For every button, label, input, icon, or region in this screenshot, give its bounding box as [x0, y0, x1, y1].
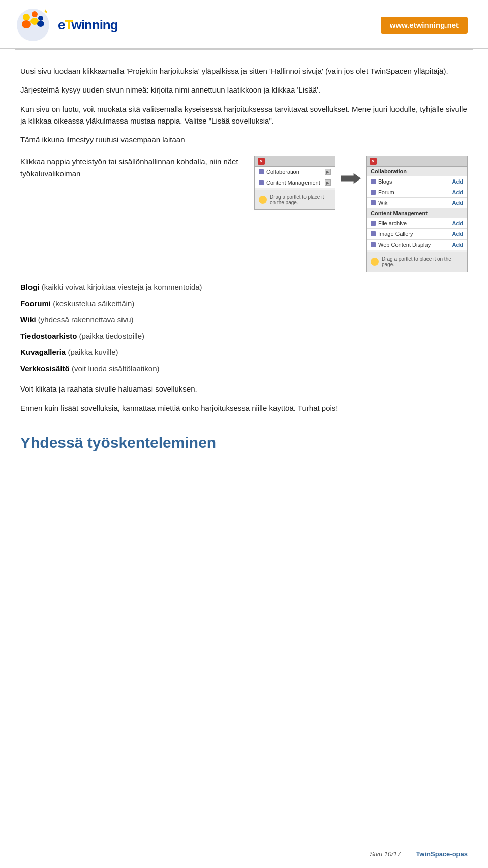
panel2-blogs-row: Blogs Add [367, 176, 467, 187]
footer-page: Sivu 10/17 [370, 850, 401, 858]
panel2-file-archive-row: File archive Add [367, 218, 467, 229]
panel2-image-gallery-row: Image Gallery Add [367, 229, 467, 240]
svg-marker-8 [341, 173, 361, 184]
drag-icon [259, 196, 267, 204]
content-mgmt-expand[interactable]: ▶ [325, 179, 331, 186]
panel1-close-btn[interactable]: × [258, 158, 265, 165]
bullet3-term: Wiki [20, 315, 36, 324]
arrow-icon [341, 171, 361, 186]
bullet2-term: Foorumi [20, 299, 51, 308]
bullet3-text: (yhdessä rakennettava sivu) [36, 315, 134, 324]
wiki-icon [371, 200, 376, 205]
panel2-web-content-row: Web Content Display Add [367, 240, 467, 250]
left-col-text: Klikkaa nappia yhteistyön tai sisällönha… [20, 156, 244, 179]
bullet-2: Foorumi (keskustelua säikeittäin) [20, 297, 468, 310]
file-archive-icon [371, 221, 376, 226]
svg-point-2 [32, 11, 38, 17]
panel2-content-mgmt-header: Content Management [367, 208, 467, 218]
blogs-label: Blogs [378, 178, 392, 185]
bullet-section: Blogi (kaikki voivat kirjoittaa viestejä… [20, 281, 468, 375]
header: eTwinning www.etwinning.net [0, 0, 488, 49]
svg-point-6 [37, 21, 44, 27]
bullet1-text: (kaikki voivat kirjoittaa viestejä ja ko… [40, 283, 202, 291]
panel2-wiki-row: Wiki Add [367, 198, 467, 208]
panel1-row-content-mgmt: Content Management ▶ [255, 177, 335, 188]
logo-text: eTwinning [58, 17, 118, 33]
bullet4-text: (paikka tiedostoille) [77, 332, 144, 340]
url-badge: www.etwinning.net [381, 17, 468, 34]
paragraph-5: Voit klikata ja raahata sivulle haluamas… [20, 383, 468, 395]
bullet6-term: Verkkosisältö [20, 364, 70, 373]
blogs-icon [371, 179, 376, 184]
mid-section: Klikkaa nappia yhteistyön tai sisällönha… [20, 156, 468, 272]
svg-point-1 [23, 14, 30, 21]
bullet2-text: (keskustelua säikeittäin) [51, 299, 134, 308]
drag-text-2: Drag a portlet to place it on the page. [382, 256, 463, 267]
bullet-5: Kuvagalleria (paikka kuville) [20, 346, 468, 358]
drag-icon-2 [371, 258, 379, 266]
svg-point-4 [22, 20, 31, 28]
web-content-add-btn[interactable]: Add [452, 242, 463, 248]
bullet-4: Tiedostoarkisto (paikka tiedostoille) [20, 330, 468, 342]
web-content-label: Web Content Display [378, 242, 431, 248]
file-archive-add-btn[interactable]: Add [452, 220, 463, 226]
panel2-header: × [367, 156, 467, 167]
arrow-container [341, 156, 361, 186]
bullet5-term: Kuvagalleria [20, 348, 66, 356]
bullet-6: Verkkosisältö (voit luoda sisältölaatiko… [20, 363, 468, 375]
collaboration-expand[interactable]: ▶ [325, 169, 331, 175]
image-gallery-icon [371, 231, 376, 236]
forum-icon [371, 190, 376, 195]
forum-add-btn[interactable]: Add [452, 189, 463, 195]
image-gallery-add-btn[interactable]: Add [452, 231, 463, 237]
bullet-3: Wiki (yhdessä rakennettava sivu) [20, 314, 468, 326]
bullet5-text: (paikka kuville) [66, 348, 118, 356]
content-mgmt-icon [259, 180, 264, 185]
panel-expanded: × Collaboration Blogs Add Forum [366, 156, 468, 272]
svg-point-3 [38, 16, 43, 21]
bullet1-term: Blogi [20, 283, 40, 291]
drag-text: Drag a portlet to place it on the page. [270, 194, 331, 205]
image-gallery-label: Image Gallery [378, 231, 413, 237]
main-content: Uusi sivu luodaan klikkaamalla 'Projekti… [0, 50, 488, 467]
file-archive-label: File archive [378, 220, 407, 226]
paragraph-3: Kun sivu on luotu, voit muokata sitä val… [20, 103, 468, 127]
panel1-row-collaboration: Collaboration ▶ [255, 167, 335, 177]
section-heading: Yhdessä työskenteleminen [20, 434, 468, 452]
web-content-icon [371, 242, 376, 247]
paragraph-4: Tämä ikkuna ilmestyy ruutusi vasempaan l… [20, 134, 468, 145]
logo: eTwinning [15, 7, 118, 43]
panel2-forum-row: Forum Add [367, 187, 467, 198]
paragraph-6: Ennen kuin lisäät sovelluksia, kannattaa… [20, 402, 468, 414]
svg-marker-7 [44, 9, 48, 13]
forum-label: Forum [378, 189, 394, 195]
panel1-header: × [255, 156, 335, 167]
collaboration-label: Collaboration [266, 169, 299, 175]
paragraph-1: Uusi sivu luodaan klikkaamalla 'Projekti… [20, 65, 468, 77]
panel2-drag-area: Drag a portlet to place it on the page. [367, 252, 467, 272]
wiki-label: Wiki [378, 200, 389, 206]
panels-column: × Collaboration ▶ Content Management [254, 156, 468, 272]
panel2-close-btn[interactable]: × [370, 158, 377, 165]
bullet6-text: (voit luoda sisältölaatikon) [70, 364, 160, 373]
left-text-column: Klikkaa nappia yhteistyön tai sisällönha… [20, 156, 244, 272]
logo-icon [15, 7, 56, 43]
content-mgmt-label: Content Management [266, 179, 320, 186]
footer: Sivu 10/17 TwinSpace-opas [370, 850, 468, 858]
panel1-drag-area: Drag a portlet to place it on the page. [255, 190, 335, 209]
wiki-add-btn[interactable]: Add [452, 200, 463, 206]
bullet4-term: Tiedostoarkisto [20, 332, 77, 340]
blogs-add-btn[interactable]: Add [452, 178, 463, 185]
collaboration-icon [259, 169, 264, 174]
paragraph-2: Järjestelmä kysyy uuden sivun nimeä: kir… [20, 84, 468, 96]
panel2-collaboration-header: Collaboration [367, 167, 467, 176]
footer-brand: TwinSpace-opas [416, 850, 468, 858]
panel-collapsed: × Collaboration ▶ Content Management [254, 156, 336, 210]
bullet-1: Blogi (kaikki voivat kirjoittaa viestejä… [20, 281, 468, 293]
